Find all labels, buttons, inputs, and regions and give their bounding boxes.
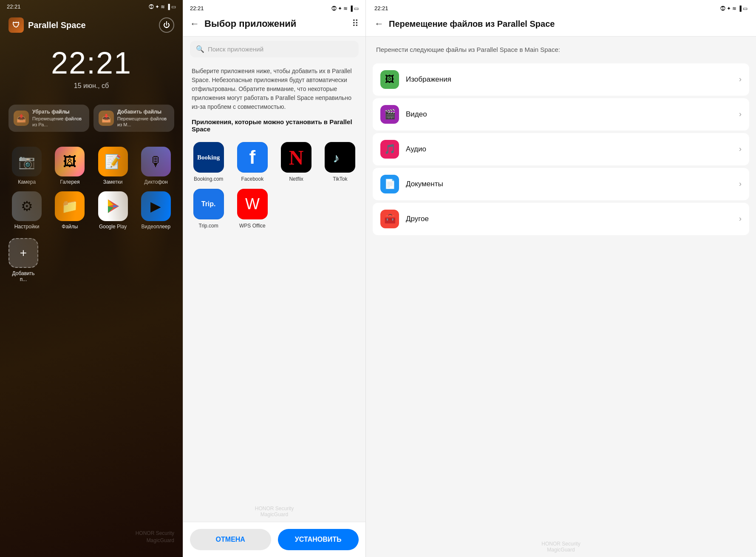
app-logo-area: 🛡 Parallel Space — [8, 17, 86, 33]
status-bar-home: 22:21 ⓵ ✦ ≋ ▐ ▭ — [0, 0, 183, 13]
app-notes-label: Заметки — [103, 179, 123, 185]
file-transfer-panel: 22:21 ⓵ ✦ ≋ ▐ ▭ ← Перемещение файлов из … — [365, 0, 756, 557]
audio-label: Аудио — [406, 145, 732, 153]
video-chevron: › — [739, 110, 742, 119]
category-docs[interactable]: 📄 Документы › — [373, 168, 749, 200]
battery-icon3: ▭ — [743, 6, 748, 11]
app-camera-label: Камера — [18, 179, 36, 185]
app-selection-title-row: ← Выбор приложений ⠿ — [190, 13, 359, 33]
audio-chevron: › — [739, 145, 742, 153]
app-recorder-label: Диктофон — [144, 179, 167, 185]
status-icons-apps: ⓵ ✦ ≋ ▐ ▭ — [331, 5, 359, 11]
app-selection-title: Выбор приложений — [204, 18, 296, 29]
app-card-tiktok[interactable]: ♪ ♪ TikTok — [322, 142, 359, 182]
bottom-action-buttons: ОТМЕНА УСТАНОВИТЬ — [183, 522, 365, 557]
wifi-icon2: ≋ — [343, 6, 348, 11]
docs-icon: 📄 — [380, 175, 399, 193]
search-bar[interactable]: 🔍 Поиск приложений — [190, 41, 359, 57]
images-icon: 🖼 — [380, 70, 399, 89]
add-app-button[interactable]: + Добавить п... — [8, 238, 38, 282]
nfc-icon2: ⓵ — [331, 6, 337, 11]
add-app-label: Добавить п... — [8, 270, 38, 282]
svg-text:♪: ♪ — [333, 151, 339, 165]
clock-widget: 22:21 15 июн., сб — [0, 37, 183, 94]
widget-remove-files[interactable]: 📤 Убрать файлы Перемещение файлов из Ра.… — [8, 105, 89, 132]
app-settings-label: Настройки — [14, 224, 40, 230]
category-other[interactable]: 🧰 Другое › — [373, 203, 749, 235]
app-camera-icon: 📷 — [12, 147, 42, 176]
bluetooth-icon: ✦ — [155, 4, 159, 10]
status-icons-home: ⓵ ✦ ≋ ▐ ▭ — [149, 4, 176, 10]
app-card-trip[interactable]: Trip. Trip.com — [190, 189, 227, 229]
power-icon: ⏻ — [163, 21, 170, 29]
app-gallery[interactable]: 🖼 Галерея — [51, 147, 88, 185]
add-icon: + — [8, 238, 38, 268]
battery-icon: ▭ — [171, 4, 176, 10]
app-settings-icon: ⚙ — [12, 191, 42, 221]
app-card-wps[interactable]: W WPS Office — [234, 189, 271, 229]
status-time-apps: 22:21 — [190, 5, 204, 11]
other-label: Другое — [406, 215, 732, 223]
wps-label: WPS Office — [239, 223, 266, 229]
back-button-apps[interactable]: ← — [190, 18, 199, 29]
power-button[interactable]: ⏻ — [159, 17, 174, 33]
booking-icon: Booking — [193, 142, 224, 173]
file-transfer-title: Перемещение файлов из Parallel Space — [389, 19, 748, 29]
widget-add-text: Добавить файлы Перемещение файлов из М..… — [117, 109, 169, 128]
widget-add-files[interactable]: 📥 Добавить файлы Перемещение файлов из М… — [93, 105, 174, 132]
app-files-icon: 📁 — [55, 191, 85, 221]
file-transfer-header: 22:21 ⓵ ✦ ≋ ▐ ▭ ← Перемещение файлов из … — [366, 0, 756, 37]
app-googleplay[interactable]: Google Play — [95, 191, 131, 230]
category-images[interactable]: 🖼 Изображения › — [373, 63, 749, 96]
category-audio[interactable]: 🎵 Аудио › — [373, 133, 749, 165]
trip-label: Trip.com — [199, 223, 218, 229]
bluetooth-icon3: ✦ — [727, 6, 731, 11]
file-transfer-title-row: ← Перемещение файлов из Parallel Space — [374, 13, 748, 33]
status-bar-apps: 22:21 ⓵ ✦ ≋ ▐ ▭ — [190, 3, 359, 13]
signal-icon2: ▐ — [349, 6, 353, 11]
app-card-facebook[interactable]: f Facebook — [234, 142, 271, 182]
file-categories-list: 🖼 Изображения › 🎬 Видео › 🎵 Аудио › 📄 До… — [366, 63, 756, 237]
apps-watermark: HONOR Security MagicGuard — [183, 501, 365, 522]
docs-label: Документы — [406, 180, 732, 188]
app-notes[interactable]: 📝 Заметки — [95, 147, 131, 185]
app-card-netflix[interactable]: N Netflix — [278, 142, 315, 182]
cancel-button[interactable]: ОТМЕНА — [190, 529, 271, 550]
apps-section: Приложения, которые можно установить в P… — [183, 117, 365, 501]
app-googleplay-icon — [98, 191, 128, 221]
app-selection-header: 22:21 ⓵ ✦ ≋ ▐ ▭ ← Выбор приложений ⠿ — [183, 0, 365, 37]
clock-date: 15 июн., сб — [0, 82, 183, 90]
nfc-icon3: ⓵ — [720, 6, 725, 11]
files-watermark: HONOR Security MagicGuard — [366, 537, 756, 557]
tiktok-icon: ♪ ♪ — [325, 142, 355, 173]
back-button-files[interactable]: ← — [374, 18, 384, 29]
app-notes-icon: 📝 — [98, 147, 128, 176]
images-chevron: › — [739, 75, 742, 84]
widget-row: 📤 Убрать файлы Перемещение файлов из Ра.… — [0, 98, 183, 138]
more-options-button[interactable]: ⠿ — [352, 18, 359, 29]
signal-icon: ▐ — [166, 4, 170, 10]
video-label: Видео — [406, 110, 732, 119]
app-videoplayer-label: Видеоплеер — [142, 224, 171, 230]
app-card-booking[interactable]: Booking Booking.com — [190, 142, 227, 182]
images-label: Изображения — [406, 75, 732, 84]
facebook-label: Facebook — [241, 176, 264, 182]
install-button[interactable]: УСТАНОВИТЬ — [278, 529, 359, 550]
app-files[interactable]: 📁 Файлы — [51, 191, 88, 230]
app-recorder[interactable]: 🎙 Диктофон — [138, 147, 174, 185]
home-watermark: HONOR Security MagicGuard — [136, 530, 174, 544]
status-time-home: 22:21 — [7, 3, 21, 10]
app-settings[interactable]: ⚙ Настройки — [8, 191, 45, 230]
search-icon: 🔍 — [196, 45, 204, 53]
apps-description: Выберите приложения ниже, чтобы добавить… — [183, 62, 365, 117]
category-video[interactable]: 🎬 Видео › — [373, 98, 749, 131]
widget-remove-text: Убрать файлы Перемещение файлов из Ра... — [32, 109, 84, 128]
status-icons-files: ⓵ ✦ ≋ ▐ ▭ — [720, 5, 748, 11]
app-videoplayer[interactable]: ▶ Видеоплеер — [138, 191, 174, 230]
app-gallery-label: Галерея — [60, 179, 79, 185]
trip-icon: Trip. — [193, 189, 224, 219]
app-camera[interactable]: 📷 Камера — [8, 147, 45, 185]
app-grid: 📷 Камера 🖼 Галерея 📝 Заметки 🎙 Диктофон … — [0, 142, 183, 234]
shield-icon: 🛡 — [12, 21, 20, 30]
wifi-icon: ≋ — [161, 4, 165, 10]
